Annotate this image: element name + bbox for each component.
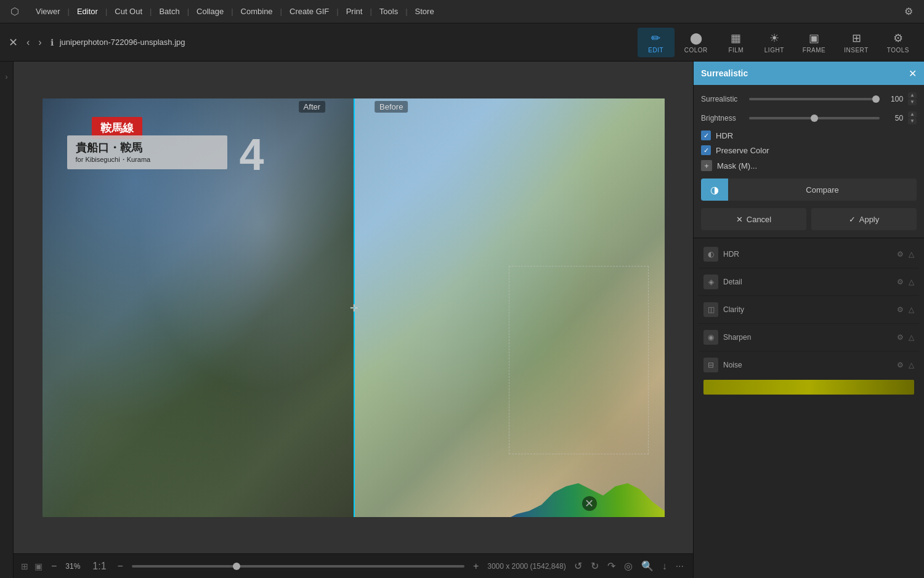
zoom-fit-icon[interactable]: ◎ [622,558,634,574]
hdr-checkmark: ✓ [703,132,709,140]
detail-effect-name: Detail [723,278,892,286]
cancel-button[interactable]: ✕ Cancel [701,208,806,230]
hdr-checkbox[interactable]: ✓ [701,130,711,140]
brightness-decrement[interactable]: ▼ [908,118,917,124]
surrealistic-increment[interactable]: ▲ [908,92,917,98]
settings-icon[interactable]: ⚙ [899,3,918,20]
surrealistic-panel: Surrealistic ✕ Surrealistic 100 ▲ ▼ Brig… [694,62,924,238]
menu-tools[interactable]: Tools [373,4,404,18]
compare-text-button[interactable]: Compare [728,179,917,201]
toolbar: ✕ ‹ › ℹ juniperphoton-722096-unsplash.jp… [0,23,924,62]
brightness-slider[interactable] [749,117,880,119]
sharpen-effect-name: Sharpen [723,333,892,342]
tool-frame-button[interactable]: ▣ FRAME [794,28,835,57]
menu-collage[interactable]: Collage [190,4,230,18]
surrealistic-slider[interactable] [749,98,880,100]
close-button[interactable]: ✕ [6,33,20,52]
sharpen-effect-icon: ◉ [703,330,718,345]
status-bar: ⊞ ▣ − 31% 1:1 − + 3000 x 2000 (1542,848)… [14,553,693,578]
nav-next-button[interactable]: › [36,34,44,50]
surrealistic-close-button[interactable]: ✕ [909,68,917,79]
effect-row-sharpen[interactable]: ◉ Sharpen ⚙ △ [699,326,919,348]
zoom-out2-icon[interactable]: 🔍 [639,558,655,574]
left-panel-expand[interactable]: › [3,68,10,86]
preserve-color-checkbox[interactable]: ✓ [701,145,711,155]
nav-prev-button[interactable]: ‹ [24,34,32,50]
zoom-100-button[interactable]: 1:1 [90,561,108,572]
tool-tools-button[interactable]: ⚙ TOOLS [878,28,918,57]
surrealistic-decrement[interactable]: ▼ [908,99,917,105]
noise-effect-name: Noise [723,361,892,369]
surrealistic-slider-row: Surrealistic 100 ▲ ▼ [701,92,917,105]
compare-button-row: ◑ Compare [701,179,917,201]
info-icon[interactable]: ℹ [48,35,56,50]
action-row: ✕ Cancel ✓ Apply [701,208,917,230]
hdr-label: HDR [716,131,733,140]
hdr-effect-name: HDR [723,250,892,259]
menu-store[interactable]: Store [409,4,440,18]
redo-icon[interactable]: ↻ [589,558,601,574]
menu-combine[interactable]: Combine [235,4,279,18]
status-actions: ↺ ↻ ↷ ◎ 🔍 ↓ ··· [572,558,686,574]
clarity-effect-delete-icon: △ [909,305,914,314]
brightness-slider-label: Brightness [701,114,744,122]
more-icon[interactable]: ··· [674,559,686,574]
preserve-color-label: Preserve Color [716,146,769,155]
tools-icon: ⚙ [893,31,903,45]
image-before [354,98,665,517]
compare-icon-button[interactable]: ◑ [701,179,728,201]
menu-viewer[interactable]: Viewer [30,4,67,18]
rotate-icon[interactable]: ↷ [606,558,617,574]
tool-color-button[interactable]: ⬤ COLOR [676,28,716,57]
tool-color-label: COLOR [684,47,708,54]
left-panel: › [0,62,14,578]
sharpen-effect-delete-icon: △ [909,333,914,342]
effect-row-hdr[interactable]: ◐ HDR ⚙ △ [699,243,919,265]
image-close-icon[interactable]: ✕ [582,496,597,511]
hdr-effect-delete-icon: △ [909,250,914,259]
zoom-out-button[interactable]: − [49,561,59,572]
menu-editor[interactable]: Editor [71,4,104,18]
frame-icon: ▣ [809,31,819,45]
surrealistic-title: Surrealistic [701,68,748,78]
zoom-level: 31% [65,562,84,571]
brightness-slider-row: Brightness 50 ▲ ▼ [701,111,917,124]
effect-row-clarity[interactable]: ◫ Clarity ⚙ △ [699,299,919,321]
effect-row-noise[interactable]: ⊟ Noise ⚙ △ [699,354,919,376]
menu-print[interactable]: Print [340,4,369,18]
menu-batch[interactable]: Batch [153,4,185,18]
tool-insert-button[interactable]: ⊞ INSERT [835,28,877,57]
apply-button[interactable]: ✓ Apply [811,208,917,230]
tool-light-button[interactable]: ☀ LIGHT [756,28,793,57]
download-icon[interactable]: ↓ [660,559,669,574]
effect-separator-1 [699,268,919,268]
menu-cutout[interactable]: Cut Out [108,4,148,18]
apply-check-icon: ✓ [849,215,856,224]
noise-effect-icon: ⊟ [703,358,718,372]
mask-plus-icon: + [701,160,712,171]
effect-row-detail[interactable]: ◈ Detail ⚙ △ [699,271,919,293]
mask-row[interactable]: + Mask (M)... [701,160,917,171]
comparison-divider[interactable]: ✛ [354,98,355,517]
insert-icon: ⊞ [852,31,861,45]
canvas-wrapper[interactable]: 鞍馬線 貴船口・鞍馬 for Kibiseguchi・Kurama 4 Afte… [14,62,693,553]
sharpen-effect-action-icon: ⚙ [897,333,904,342]
edit-icon: ✏ [651,31,660,45]
tool-light-label: LIGHT [764,47,784,54]
tool-edit-button[interactable]: ✏ EDIT [638,28,675,57]
crop-icon[interactable]: ▣ [34,561,43,571]
grid-icon[interactable]: ⊞ [21,561,28,571]
brightness-stepper: ▲ ▼ [908,111,917,124]
color-icon: ⬤ [690,31,702,45]
detail-effect-delete-icon: △ [909,278,914,286]
surrealistic-stepper: ▲ ▼ [908,92,917,105]
brightness-increment[interactable]: ▲ [908,111,917,118]
menu-creategif[interactable]: Create GIF [283,4,335,18]
zoom-plus-button[interactable]: + [471,561,481,572]
tool-film-button[interactable]: ▦ FILM [718,28,755,57]
zoom-slider[interactable] [132,565,464,568]
undo-icon[interactable]: ↺ [572,558,584,574]
zoom-in-button[interactable]: − [115,561,126,572]
hdr-effect-action-icon: ⚙ [897,250,904,259]
image-container: 鞍馬線 貴船口・鞍馬 for Kibiseguchi・Kurama 4 Afte… [43,98,665,517]
